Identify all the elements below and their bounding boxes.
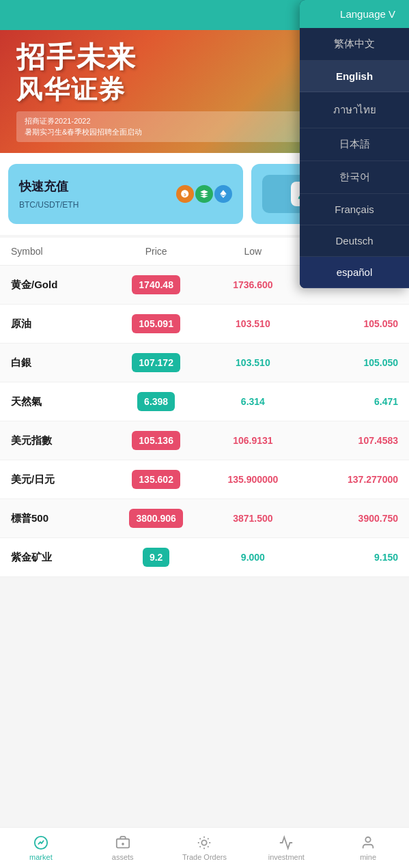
price-badge: 107.172 xyxy=(132,353,180,372)
table-row[interactable]: 標普500 3800.906 3871.500 3900.750 xyxy=(0,499,409,538)
cell-low: 1736.600 xyxy=(205,279,302,290)
cell-high: 9.150 xyxy=(301,552,398,563)
deposit-title: 快速充值 xyxy=(19,178,79,195)
cell-symbol: 原油 xyxy=(11,318,108,331)
cell-low: 6.314 xyxy=(205,396,302,407)
lang-item-french[interactable]: Français xyxy=(300,194,409,225)
price-badge: 3800.906 xyxy=(129,509,182,528)
deposit-subtitle: BTC/USDT/ETH xyxy=(19,200,79,210)
nav-market-label: market xyxy=(29,853,53,861)
market-table: Symbol Price Low High 黄金/Gold 1740.48 17… xyxy=(0,238,409,577)
cell-symbol: 白銀 xyxy=(11,356,108,369)
btc-icon xyxy=(176,185,194,203)
investment-icon xyxy=(278,835,294,851)
lang-item-german[interactable]: Deutsch xyxy=(300,225,409,257)
nav-trade-orders-label: Trade Orders xyxy=(182,853,227,861)
price-badge: 105.091 xyxy=(132,314,180,333)
nav-investment-label: investment xyxy=(268,853,305,861)
cell-symbol: 黄金/Gold xyxy=(11,279,108,292)
lang-item-spanish[interactable]: español xyxy=(300,257,409,288)
cell-price: 105.136 xyxy=(108,431,205,450)
svg-point-8 xyxy=(365,837,370,842)
price-badge: 135.602 xyxy=(132,470,180,489)
assets-icon xyxy=(115,835,131,851)
cell-high: 3900.750 xyxy=(301,513,398,524)
crypto-icons xyxy=(176,185,232,203)
cell-low: 106.9131 xyxy=(205,435,302,446)
price-badge: 9.2 xyxy=(143,548,169,567)
price-badge: 6.398 xyxy=(137,392,175,411)
cell-high: 105.050 xyxy=(301,318,398,329)
cell-price: 6.398 xyxy=(108,392,205,411)
cell-price: 9.2 xyxy=(108,548,205,567)
table-row[interactable]: 原油 105.091 103.510 105.050 xyxy=(0,305,409,344)
cell-low: 3871.500 xyxy=(205,513,302,524)
svg-marker-0 xyxy=(220,190,226,195)
table-row[interactable]: 天然氣 6.398 6.314 6.471 xyxy=(0,382,409,421)
table-row[interactable]: 紫金矿业 9.2 9.000 9.150 xyxy=(0,538,409,577)
deposit-card-left: 快速充值 BTC/USDT/ETH xyxy=(19,178,79,210)
cell-price: 3800.906 xyxy=(108,509,205,528)
cell-high: 107.4583 xyxy=(301,435,398,446)
cell-low: 135.900000 xyxy=(205,474,302,485)
cell-price: 135.602 xyxy=(108,470,205,489)
nav-trade-orders[interactable]: Trade Orders xyxy=(164,828,246,868)
language-dropdown: Language V 繁体中文 English ภาษาไทย 日本語 한국어 … xyxy=(300,0,409,288)
lang-item-english[interactable]: English xyxy=(300,61,409,92)
bottom-nav: market assets Trade Orders investme xyxy=(0,827,409,868)
table-row[interactable]: 美元指數 105.136 106.9131 107.4583 xyxy=(0,421,409,460)
cell-high: 137.277000 xyxy=(301,474,398,485)
nav-investment[interactable]: investment xyxy=(245,828,327,868)
deposit-card[interactable]: 快速充值 BTC/USDT/ETH xyxy=(8,164,243,224)
lang-item-thai[interactable]: ภาษาไทย xyxy=(300,92,409,128)
table-row[interactable]: 美元/日元 135.602 135.900000 137.277000 xyxy=(0,460,409,499)
nav-assets-label: assets xyxy=(112,853,134,861)
table-body: 黄金/Gold 1740.48 1736.600 1743.000 原油 105… xyxy=(0,266,409,577)
header-low: Low xyxy=(205,246,302,257)
header-symbol: Symbol xyxy=(11,246,108,257)
price-badge: 105.136 xyxy=(132,431,180,450)
cell-symbol: 紫金矿业 xyxy=(11,551,108,564)
cell-price: 1740.48 xyxy=(108,275,205,294)
cell-low: 103.510 xyxy=(205,318,302,329)
nav-assets[interactable]: assets xyxy=(82,828,164,868)
nav-mine-label: mine xyxy=(360,853,376,861)
language-dropdown-header: Language V xyxy=(300,0,409,28)
cell-low: 9.000 xyxy=(205,552,302,563)
nav-market[interactable]: market xyxy=(0,828,82,868)
lang-item-korean[interactable]: 한국어 xyxy=(300,161,409,194)
price-badge: 1740.48 xyxy=(132,275,180,294)
cell-price: 107.172 xyxy=(108,353,205,372)
cell-symbol: 天然氣 xyxy=(11,395,108,408)
usdt-icon xyxy=(195,185,213,203)
cell-high: 6.471 xyxy=(301,396,398,407)
eth-icon xyxy=(214,185,232,203)
cell-price: 105.091 xyxy=(108,314,205,333)
cell-symbol: 標普500 xyxy=(11,512,108,525)
svg-point-7 xyxy=(202,840,207,845)
cell-symbol: 美元指數 xyxy=(11,434,108,447)
table-row[interactable]: 白銀 107.172 103.510 105.050 xyxy=(0,344,409,382)
nav-mine[interactable]: mine xyxy=(327,828,409,868)
lang-item-traditional-chinese[interactable]: 繁体中文 xyxy=(300,28,409,61)
cell-symbol: 美元/日元 xyxy=(11,473,108,486)
mine-icon xyxy=(360,835,376,851)
cell-low: 103.510 xyxy=(205,357,302,368)
lang-item-japanese[interactable]: 日本語 xyxy=(300,128,409,161)
cell-high: 105.050 xyxy=(301,357,398,368)
trade-orders-icon xyxy=(196,835,212,851)
market-icon xyxy=(33,835,49,851)
header-price: Price xyxy=(108,246,205,257)
